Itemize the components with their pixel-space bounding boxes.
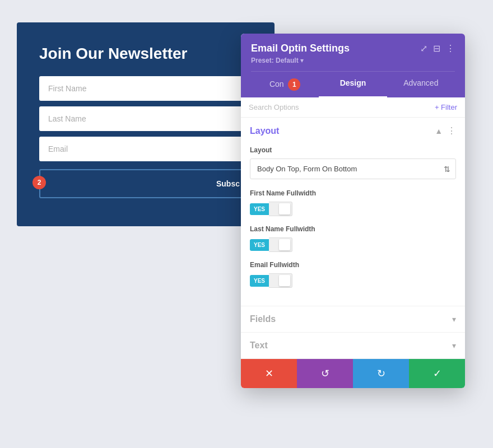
- email-fullwidth-row: Email Fullwidth YES: [250, 261, 456, 288]
- first-name-toggle-knob: [279, 203, 290, 214]
- text-section: Text ▾: [241, 333, 465, 359]
- save-button[interactable]: ✓: [409, 359, 465, 388]
- fields-collapse-icon[interactable]: ▾: [452, 315, 456, 324]
- search-input[interactable]: [249, 103, 435, 111]
- email-toggle-knob: [279, 275, 290, 286]
- email-input[interactable]: [39, 137, 252, 161]
- panel-header: Email Optin Settings ⤢ ⊟ ⋮ Preset: Defau…: [241, 34, 465, 97]
- settings-panel: Email Optin Settings ⤢ ⊟ ⋮ Preset: Defau…: [241, 34, 465, 388]
- undo-button[interactable]: ↺: [297, 359, 353, 388]
- panel-title: Email Optin Settings: [251, 43, 350, 54]
- layout-section: Layout ▲ ⋮ Layout Body On Top, Form On B…: [241, 118, 465, 306]
- panel-header-icons: ⤢ ⊟ ⋮: [420, 43, 455, 54]
- layout-dots-icon[interactable]: ⋮: [447, 125, 456, 136]
- layout-section-icons: ▲ ⋮: [435, 125, 456, 136]
- redo-icon: ↻: [377, 367, 385, 380]
- first-name-input[interactable]: [39, 76, 252, 101]
- email-fullwidth-label: Email Fullwidth: [250, 261, 456, 269]
- text-section-title: Text: [250, 340, 268, 351]
- undo-icon: ↺: [321, 367, 329, 380]
- tab-content[interactable]: Con 1: [251, 72, 319, 97]
- last-name-fullwidth-row: Last Name Fullwidth YES: [250, 225, 456, 252]
- layout-field-label: Layout: [250, 146, 456, 154]
- layout-select-wrapper: Body On Top, Form On Bottom Form On Top,…: [250, 158, 456, 179]
- filter-button[interactable]: + Filter: [435, 103, 457, 111]
- layout-section-content: Layout Body On Top, Form On Bottom Form …: [241, 146, 465, 306]
- columns-icon[interactable]: ⊟: [433, 43, 440, 54]
- first-name-fullwidth-row: First Name Fullwidth YES: [250, 189, 456, 216]
- first-name-fullwidth-label: First Name Fullwidth: [250, 189, 456, 197]
- cancel-icon: ✕: [265, 367, 273, 380]
- badge-1: 1: [288, 78, 300, 91]
- last-name-fullwidth-toggle[interactable]: YES: [250, 237, 456, 252]
- newsletter-title: Join Our Newsletter: [39, 45, 252, 63]
- newsletter-section: Join Our Newsletter Subsc 2: [17, 22, 275, 226]
- subscribe-btn-wrap: Subsc 2: [39, 167, 252, 198]
- email-fullwidth-toggle[interactable]: YES: [250, 273, 456, 288]
- email-yes-label: YES: [250, 275, 269, 287]
- layout-collapse-icon[interactable]: ▲: [435, 127, 443, 136]
- dots-menu-icon[interactable]: ⋮: [446, 43, 455, 54]
- last-name-toggle-knob: [279, 239, 290, 250]
- first-name-yes-label: YES: [250, 203, 269, 215]
- preset-label[interactable]: Preset: Default ▾: [251, 57, 455, 64]
- last-name-fullwidth-label: Last Name Fullwidth: [250, 225, 456, 233]
- text-collapse-icon[interactable]: ▾: [452, 341, 456, 350]
- panel-tabs: Con 1 Design Advanced: [251, 71, 455, 97]
- panel-header-top: Email Optin Settings ⤢ ⊟ ⋮: [251, 43, 455, 54]
- fields-section-header[interactable]: Fields ▾: [241, 306, 465, 332]
- step-badge-2: 2: [32, 176, 46, 189]
- text-section-header[interactable]: Text ▾: [241, 333, 465, 358]
- layout-section-title: Layout: [250, 126, 279, 136]
- fields-section: Fields ▾: [241, 306, 465, 333]
- layout-select[interactable]: Body On Top, Form On Bottom Form On Top,…: [250, 158, 456, 179]
- redo-button[interactable]: ↻: [353, 359, 409, 388]
- first-name-toggle-bg: [269, 202, 292, 216]
- tab-advanced[interactable]: Advanced: [387, 72, 455, 97]
- tab-design[interactable]: Design: [319, 72, 387, 97]
- first-name-fullwidth-toggle[interactable]: YES: [250, 202, 456, 216]
- cancel-button[interactable]: ✕: [241, 359, 297, 388]
- email-toggle-bg: [269, 273, 292, 288]
- last-name-toggle-bg: [269, 237, 292, 252]
- last-name-input[interactable]: [39, 106, 252, 131]
- panel-body: + Filter Layout ▲ ⋮ Layout Body On Top, …: [241, 97, 465, 359]
- expand-icon[interactable]: ⤢: [420, 43, 427, 54]
- save-icon: ✓: [433, 367, 441, 380]
- panel-toolbar: ✕ ↺ ↻ ✓: [241, 359, 465, 388]
- fields-section-title: Fields: [250, 314, 276, 324]
- subscribe-button[interactable]: Subsc: [39, 169, 252, 198]
- last-name-yes-label: YES: [250, 239, 269, 251]
- search-bar: + Filter: [241, 97, 465, 118]
- layout-section-header[interactable]: Layout ▲ ⋮: [241, 118, 465, 144]
